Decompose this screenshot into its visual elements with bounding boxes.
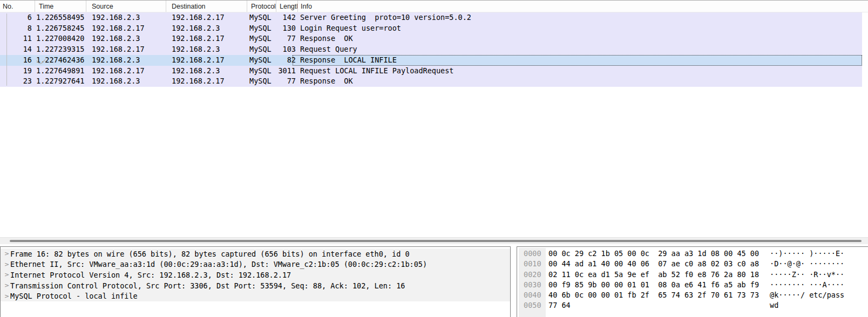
cell-source: 192.168.2.3 [86, 55, 166, 66]
col-header-source[interactable]: Source [86, 1, 166, 12]
hex-bytes[interactable]: 02 11 0c ea d1 5a 9e ef ab 52 f0 e8 76 2… [548, 270, 764, 280]
cell-destination: 192.168.2.3 [166, 44, 247, 55]
cell-protocol: MySQL [247, 23, 276, 34]
hex-bytes[interactable]: 00 44 ad a1 40 00 40 06 07 ae c0 a8 02 0… [548, 259, 764, 269]
packet-row-6[interactable]: 6 1.226558495 192.168.2.3 192.168.2.17 M… [0, 12, 862, 23]
hex-row[interactable]: 0030 00 f9 85 9b 00 00 01 01 08 0a e6 41… [517, 280, 868, 290]
cell-source: 192.168.2.3 [86, 12, 166, 23]
cell-protocol: MySQL [247, 44, 276, 55]
cell-time: 1.226558495 [35, 12, 86, 23]
hex-ascii[interactable]: ··)····· )·····E· [770, 249, 844, 259]
packet-rows: 6 1.226558495 192.168.2.3 192.168.2.17 M… [0, 12, 862, 87]
hex-offset: 0000 [517, 249, 544, 259]
packet-row-16-selected[interactable]: 16 1.227462436 192.168.2.3 192.168.2.17 … [0, 55, 862, 66]
hex-offset: 0050 [517, 300, 544, 311]
cell-no: 11 [0, 33, 35, 44]
detail-text: Frame 16: 82 bytes on wire (656 bits), 8… [10, 250, 410, 258]
col-header-info[interactable]: Info [298, 1, 868, 12]
detail-row-ip[interactable]: > Internet Protocol Version 4, Src: 192.… [1, 270, 510, 280]
col-header-protocol[interactable]: Protocol [247, 1, 276, 12]
hex-ascii[interactable]: wd [770, 300, 778, 311]
cell-destination: 192.168.2.3 [166, 66, 247, 77]
detail-row-ethernet[interactable]: > Ethernet II, Src: VMware_aa:a3:1d (00:… [1, 259, 510, 270]
horizontal-scrollbar[interactable] [0, 237, 868, 244]
hex-offset: 0020 [517, 270, 544, 280]
chevron-right-icon[interactable]: > [1, 282, 10, 289]
hex-bytes[interactable]: 77 64 [548, 300, 764, 311]
cell-info: Server Greeting proto=10 version=5.0.2 [293, 12, 862, 23]
cell-destination: 192.168.2.17 [166, 76, 247, 87]
cell-destination: 192.168.2.17 [166, 33, 247, 44]
cell-time: 1.227008420 [35, 33, 86, 44]
col-header-time[interactable]: Time [35, 1, 86, 12]
packet-list-pane: No. Time Source Destination Protocol Len… [0, 0, 868, 237]
cell-no: 8 [0, 23, 35, 34]
horizontal-scrollbar-thumb[interactable] [10, 240, 862, 242]
packet-list-header: No. Time Source Destination Protocol Len… [0, 1, 868, 12]
cell-info: Response OK [293, 76, 862, 87]
hex-dump-pane: 0000 00 0c 29 c2 1b 05 00 0c 29 aa a3 1d… [517, 246, 868, 317]
packet-row-11[interactable]: 11 1.227008420 192.168.2.3 192.168.2.17 … [0, 33, 862, 44]
detail-text: MySQL Protocol - local infile [10, 292, 138, 300]
detail-text: Ethernet II, Src: VMware_aa:a3:1d (00:0c… [10, 260, 427, 268]
detail-row-tcp[interactable]: > Transmission Control Protocol, Src Por… [1, 280, 510, 291]
col-header-destination[interactable]: Destination [166, 1, 247, 12]
hex-offset: 0030 [517, 280, 544, 290]
cell-info-focused: Response LOCAL INFILE [293, 55, 862, 66]
col-header-length[interactable]: Lengtl [276, 1, 298, 12]
detail-text: Internet Protocol Version 4, Src: 192.16… [10, 271, 291, 279]
cell-info: Request LOCAL INFILE PayloadRequest [293, 66, 862, 77]
chevron-right-icon[interactable]: > [1, 250, 10, 257]
cell-protocol: MySQL [247, 33, 276, 44]
hex-row[interactable]: 0000 00 0c 29 c2 1b 05 00 0c 29 aa a3 1d… [517, 249, 868, 259]
packet-row-19[interactable]: 19 1.227649891 192.168.2.17 192.168.2.3 … [0, 66, 862, 77]
hex-ascii[interactable]: ·D··@·@· ········ [770, 259, 844, 269]
cell-source: 192.168.2.17 [86, 44, 166, 55]
chevron-right-icon[interactable]: > [1, 261, 10, 268]
detail-text: Transmission Control Protocol, Src Port:… [10, 281, 405, 290]
hex-row[interactable]: 0020 02 11 0c ea d1 5a 9e ef ab 52 f0 e8… [517, 270, 868, 280]
cell-protocol: MySQL [247, 76, 276, 87]
cell-destination: 192.168.2.17 [166, 55, 247, 66]
hex-row[interactable]: 0050 77 64 wd [517, 300, 868, 311]
hex-row[interactable]: 0010 00 44 ad a1 40 00 40 06 07 ae c0 a8… [517, 259, 868, 269]
cell-source: 192.168.2.17 [86, 23, 166, 34]
hex-offset: 0040 [517, 290, 544, 300]
detail-row-mysql[interactable]: > MySQL Protocol - local infile [1, 291, 510, 301]
hex-bytes[interactable]: 40 6b 0c 00 00 01 fb 2f 65 74 63 2f 70 6… [548, 290, 764, 300]
cell-source: 192.168.2.3 [86, 33, 166, 44]
detail-row-frame[interactable]: > Frame 16: 82 bytes on wire (656 bits),… [1, 249, 510, 259]
cell-info: Response OK [293, 33, 862, 44]
packet-row-14[interactable]: 14 1.227239315 192.168.2.17 192.168.2.3 … [0, 44, 862, 55]
cell-protocol: MySQL [247, 66, 276, 77]
hex-ascii[interactable]: ········ ···A···· [770, 280, 844, 290]
chevron-right-icon[interactable]: > [1, 293, 10, 300]
hex-bytes[interactable]: 00 0c 29 c2 1b 05 00 0c 29 aa a3 1d 08 0… [548, 249, 764, 259]
cell-info: Login Request user=root [293, 23, 862, 34]
cell-destination: 192.168.2.3 [166, 23, 247, 34]
packet-row-23[interactable]: 23 1.227927641 192.168.2.3 192.168.2.17 … [0, 76, 862, 87]
related-packet-mark-icon [1, 46, 46, 78]
packet-details-pane: > Frame 16: 82 bytes on wire (656 bits),… [0, 246, 511, 317]
cell-protocol: MySQL [247, 12, 276, 23]
col-header-no[interactable]: No. [0, 1, 35, 12]
cell-info: Request Query [293, 44, 862, 55]
cell-source: 192.168.2.3 [86, 76, 166, 87]
chevron-right-icon[interactable]: > [1, 271, 10, 278]
cell-source: 192.168.2.17 [86, 66, 166, 77]
cell-protocol: MySQL [247, 55, 276, 66]
hex-ascii[interactable]: ·····Z·· ·R··v*·· [770, 270, 844, 280]
cell-destination: 192.168.2.17 [166, 12, 247, 23]
hex-ascii[interactable]: @k·····/ etc/pass [770, 290, 844, 300]
hex-offset: 0010 [517, 259, 544, 269]
packet-row-8[interactable]: 8 1.226758245 192.168.2.17 192.168.2.3 M… [0, 23, 862, 34]
cell-no: 6 [0, 12, 35, 23]
cell-time: 1.226758245 [35, 23, 86, 34]
hex-row[interactable]: 0040 40 6b 0c 00 00 01 fb 2f 65 74 63 2f… [517, 290, 868, 300]
hex-bytes[interactable]: 00 f9 85 9b 00 00 01 01 08 0a e6 41 f6 a… [548, 280, 764, 290]
